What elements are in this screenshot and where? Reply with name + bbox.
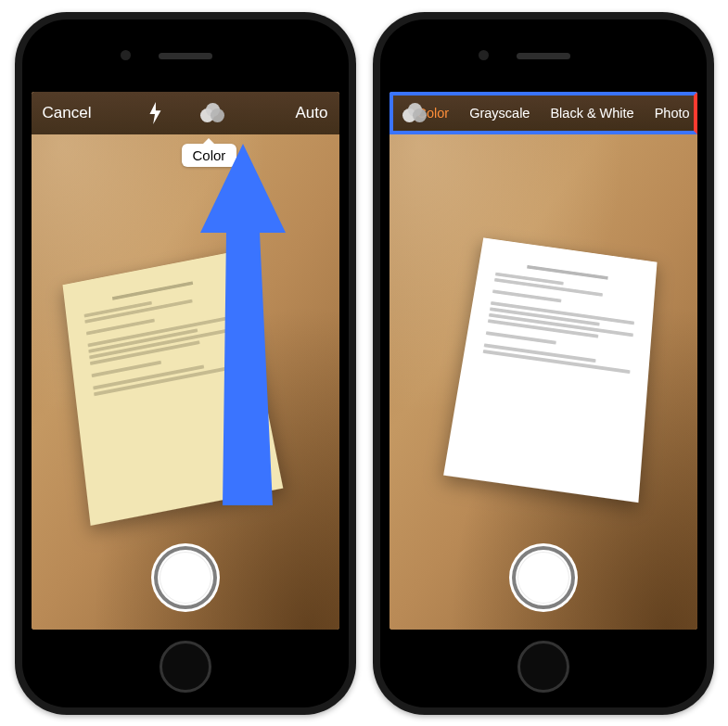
- home-button[interactable]: [160, 641, 211, 693]
- phone-frame-left: Cancel Auto Color: [15, 12, 356, 715]
- scanner-screen: Cancel Auto Color: [32, 92, 339, 630]
- cancel-button[interactable]: Cancel: [43, 104, 92, 122]
- shutter-button[interactable]: [154, 546, 217, 609]
- shutter-button[interactable]: [512, 546, 575, 609]
- filter-mode-bar: Color Grayscale Black & White Photo: [390, 92, 697, 134]
- mode-grayscale[interactable]: Grayscale: [469, 106, 530, 121]
- phone-speaker: [159, 53, 212, 59]
- filter-icon[interactable]: [200, 103, 224, 123]
- flash-icon[interactable]: [147, 101, 163, 125]
- capture-mode-button[interactable]: Auto: [296, 104, 328, 122]
- phone-frame-right: Color Grayscale Black & White Photo: [373, 12, 714, 715]
- phone-bezel: Cancel Auto Color: [22, 19, 349, 707]
- phone-front-camera: [121, 50, 131, 60]
- filter-tooltip: Color: [182, 144, 237, 167]
- mode-photo[interactable]: Photo: [655, 106, 690, 121]
- home-button[interactable]: [517, 641, 569, 693]
- scanner-screen: Color Grayscale Black & White Photo: [390, 92, 697, 630]
- mode-black-white[interactable]: Black & White: [550, 106, 633, 121]
- phone-bezel: Color Grayscale Black & White Photo: [380, 19, 707, 707]
- scanner-toolbar: Cancel Auto: [32, 92, 339, 134]
- phone-front-camera: [479, 50, 489, 60]
- phone-speaker: [517, 53, 570, 59]
